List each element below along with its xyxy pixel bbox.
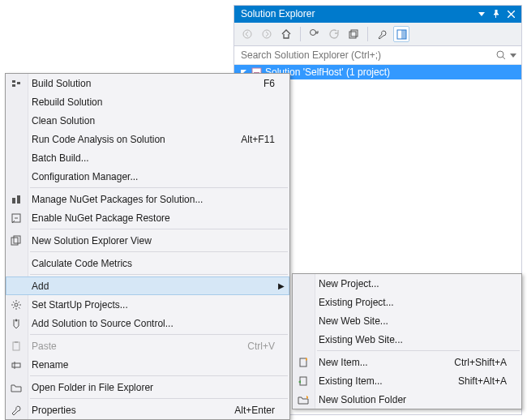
existing-item-icon bbox=[297, 375, 310, 388]
menu-item-label: Clean Solution bbox=[32, 115, 275, 126]
submenu-item-existing-web-site[interactable]: Existing Web Site... bbox=[293, 330, 521, 349]
submenu-item-new-solution-folder[interactable]: New Solution Folder bbox=[293, 390, 521, 409]
properties-icon bbox=[10, 404, 23, 417]
menu-item-calculate-code-metrics[interactable]: Calculate Code Metrics bbox=[6, 254, 289, 272]
svg-rect-22 bbox=[12, 363, 20, 367]
close-icon[interactable] bbox=[505, 8, 516, 19]
menu-item-configuration-manager[interactable]: Configuration Manager... bbox=[6, 167, 289, 186]
menu-item-batch-build[interactable]: Batch Build... bbox=[6, 148, 289, 167]
menu-item-label: Configuration Manager... bbox=[32, 171, 275, 182]
menu-item-label: Build Solution bbox=[32, 78, 255, 89]
menu-item-label: Existing Web Site... bbox=[319, 334, 507, 345]
svg-point-18 bbox=[15, 303, 18, 306]
menu-separator bbox=[30, 251, 288, 252]
menu-item-label: Paste bbox=[32, 341, 239, 352]
menu-separator bbox=[317, 350, 520, 351]
paste-icon bbox=[10, 340, 23, 353]
menu-separator bbox=[30, 334, 288, 335]
menu-item-rename[interactable]: Rename bbox=[6, 355, 289, 374]
submenu-item-new-item[interactable]: New Item...Ctrl+Shift+A bbox=[293, 353, 521, 371]
back-icon[interactable] bbox=[239, 26, 255, 42]
submenu-item-new-project[interactable]: New Project... bbox=[293, 274, 521, 293]
menu-item-label: New Item... bbox=[319, 357, 446, 368]
menu-item-new-solution-explorer-view[interactable]: New Solution Explorer View bbox=[6, 231, 289, 250]
svg-rect-20 bbox=[13, 342, 19, 350]
menu-item-add[interactable]: Add▶ bbox=[6, 276, 289, 295]
menu-item-shortcut: Ctrl+Shift+A bbox=[454, 357, 507, 368]
menu-item-label: Manage NuGet Packages for Solution... bbox=[32, 194, 275, 205]
solution-search[interactable] bbox=[234, 46, 521, 65]
refresh-scope-icon[interactable] bbox=[306, 26, 323, 42]
svg-rect-3 bbox=[349, 32, 356, 38]
svg-rect-13 bbox=[12, 198, 15, 204]
submenu-item-new-web-site[interactable]: New Web Site... bbox=[293, 311, 521, 330]
menu-item-shortcut: Alt+F11 bbox=[241, 134, 275, 145]
svg-rect-24 bbox=[300, 377, 306, 385]
submenu-item-existing-project[interactable]: Existing Project... bbox=[293, 293, 521, 311]
menu-item-run-code-analysis-on-solution[interactable]: Run Code Analysis on SolutionAlt+F11 bbox=[6, 130, 289, 148]
menu-separator bbox=[30, 375, 288, 376]
svg-point-0 bbox=[243, 30, 251, 38]
menu-item-enable-nuget-package-restore[interactable]: Enable NuGet Package Restore bbox=[6, 208, 289, 227]
menu-item-rebuild-solution[interactable]: Rebuild Solution bbox=[6, 92, 289, 111]
menu-item-label: Batch Build... bbox=[32, 152, 275, 164]
submenu-item-existing-item[interactable]: Existing Item...Shift+Alt+A bbox=[293, 371, 521, 390]
home-icon[interactable] bbox=[278, 26, 294, 42]
svg-point-1 bbox=[263, 30, 271, 38]
collapse-all-icon[interactable] bbox=[345, 26, 362, 42]
source-control-icon bbox=[10, 317, 23, 330]
menu-separator bbox=[30, 229, 288, 229]
build-icon bbox=[10, 77, 23, 90]
menu-item-label: New Web Site... bbox=[319, 315, 507, 327]
menu-item-label: Calculate Code Metrics bbox=[32, 258, 275, 269]
solution-explorer-toolbar bbox=[234, 23, 521, 46]
menu-item-shortcut: F6 bbox=[264, 78, 275, 89]
menu-item-label: Rename bbox=[32, 359, 275, 371]
nuget-icon bbox=[10, 193, 23, 206]
svg-point-2 bbox=[311, 30, 316, 36]
add-submenu: New Project...Existing Project...New Web… bbox=[292, 273, 522, 409]
menu-item-paste: PasteCtrl+V bbox=[6, 336, 289, 355]
menu-item-manage-nuget-packages-for-solution[interactable]: Manage NuGet Packages for Solution... bbox=[6, 190, 289, 208]
submenu-arrow-icon: ▶ bbox=[278, 281, 285, 290]
menu-item-set-startup-projects[interactable]: Set StartUp Projects... bbox=[6, 295, 289, 314]
menu-item-clean-solution[interactable]: Clean Solution bbox=[6, 111, 289, 130]
svg-rect-14 bbox=[17, 195, 20, 204]
refresh-icon[interactable] bbox=[326, 26, 342, 42]
search-glass-icon[interactable] bbox=[495, 49, 507, 61]
menu-item-shortcut: Alt+Enter bbox=[234, 405, 275, 416]
dropdown-icon[interactable] bbox=[476, 8, 487, 19]
menu-separator bbox=[30, 274, 288, 275]
pin-icon[interactable] bbox=[491, 8, 502, 19]
menu-item-open-folder-in-file-explorer[interactable]: Open Folder in File Explorer bbox=[6, 378, 289, 396]
menu-item-label: Run Code Analysis on Solution bbox=[32, 134, 233, 145]
rename-icon bbox=[10, 358, 23, 371]
gear-icon bbox=[10, 298, 23, 311]
menu-item-label: Open Folder in File Explorer bbox=[32, 382, 275, 393]
menu-separator bbox=[30, 398, 288, 399]
solution-search-input[interactable] bbox=[239, 49, 495, 62]
preview-icon[interactable] bbox=[393, 26, 409, 42]
menu-item-label: Add Solution to Source Control... bbox=[32, 318, 275, 329]
search-dropdown-icon[interactable] bbox=[510, 52, 516, 58]
svg-point-7 bbox=[497, 51, 503, 58]
menu-item-shortcut: Ctrl+V bbox=[247, 341, 275, 352]
restore-icon bbox=[10, 212, 23, 225]
svg-rect-17 bbox=[14, 236, 20, 243]
svg-rect-6 bbox=[401, 30, 406, 39]
solution-explorer-titlebar: Solution Explorer bbox=[234, 6, 521, 23]
menu-item-label: Existing Item... bbox=[319, 375, 450, 387]
menu-item-properties[interactable]: PropertiesAlt+Enter bbox=[6, 401, 289, 419]
menu-item-add-solution-to-source-control[interactable]: Add Solution to Source Control... bbox=[6, 314, 289, 332]
properties-toolbar-icon[interactable] bbox=[374, 26, 390, 42]
forward-icon[interactable] bbox=[259, 26, 275, 42]
svg-rect-10 bbox=[12, 80, 15, 83]
svg-rect-16 bbox=[11, 238, 18, 245]
menu-separator bbox=[30, 187, 288, 188]
menu-item-build-solution[interactable]: Build SolutionF6 bbox=[6, 74, 289, 92]
menu-item-shortcut: Shift+Alt+A bbox=[458, 375, 507, 387]
svg-rect-21 bbox=[15, 341, 18, 343]
svg-rect-11 bbox=[12, 84, 15, 87]
menu-item-label: Rebuild Solution bbox=[32, 96, 275, 108]
folder-open-icon bbox=[10, 381, 23, 394]
